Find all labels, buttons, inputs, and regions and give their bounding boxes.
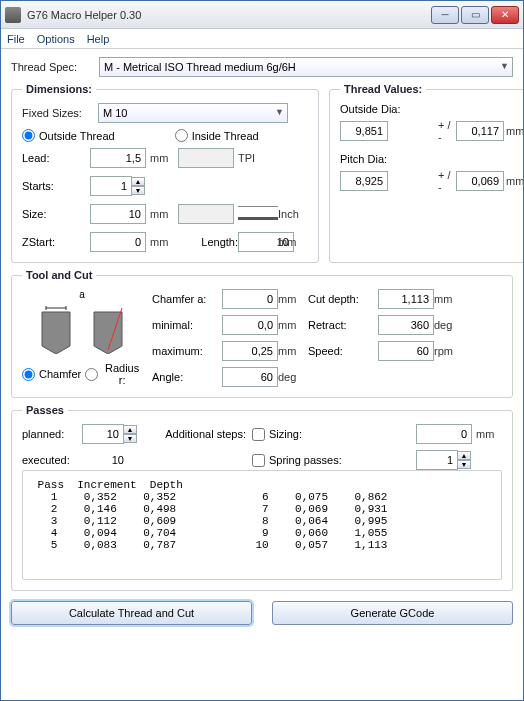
fixed-sizes-label: Fixed Sizes: bbox=[22, 107, 98, 119]
size-unit: mm bbox=[150, 208, 178, 220]
lead-input[interactable] bbox=[90, 148, 146, 168]
menubar: File Options Help bbox=[1, 29, 523, 49]
dimensions-group: Dimensions: Fixed Sizes: M 10 Outside Th… bbox=[11, 83, 319, 263]
pitch-dia-input[interactable] bbox=[340, 171, 388, 191]
pm1: + / - bbox=[438, 119, 456, 143]
lead-label: Lead: bbox=[22, 152, 90, 164]
passes-group: Passes planned: ▲▼ Additional steps: Siz… bbox=[11, 404, 513, 591]
size-label: Size: bbox=[22, 208, 90, 220]
planned-spinner[interactable]: ▲▼ bbox=[82, 424, 142, 444]
sizing-input[interactable] bbox=[416, 424, 472, 444]
window-title: G76 Macro Helper 0.30 bbox=[27, 9, 431, 21]
chamfer-tool-icon bbox=[34, 300, 78, 356]
retract-label: Retract: bbox=[308, 319, 378, 331]
pitch-tol-input[interactable] bbox=[456, 171, 504, 191]
thread-spec-select[interactable]: M - Metrical ISO Thread medium 6g/6H bbox=[99, 57, 513, 77]
minimal-label: minimal: bbox=[152, 319, 222, 331]
speed-input[interactable] bbox=[378, 341, 434, 361]
dimensions-legend: Dimensions: bbox=[22, 83, 96, 95]
fixed-sizes-select[interactable]: M 10 bbox=[98, 103, 288, 123]
spring-spinner[interactable]: ▲▼ bbox=[416, 450, 476, 470]
thread-spec-label: Thread Spec: bbox=[11, 61, 99, 73]
spring-check[interactable]: Spring passes: bbox=[252, 454, 416, 467]
spin-up-icon: ▲ bbox=[131, 177, 145, 186]
speed-label: Speed: bbox=[308, 345, 378, 357]
starts-spinner[interactable]: ▲▼ bbox=[90, 176, 150, 196]
sizing-check[interactable]: Sizing: bbox=[252, 428, 416, 441]
addsteps-label: Additional steps: bbox=[142, 428, 252, 440]
tool-legend: Tool and Cut bbox=[22, 269, 96, 281]
svg-marker-0 bbox=[42, 312, 70, 354]
angle-input[interactable] bbox=[222, 367, 278, 387]
tpi-label: TPI bbox=[238, 152, 278, 164]
maximum-label: maximum: bbox=[152, 345, 222, 357]
inch-input bbox=[178, 204, 234, 224]
outside-thread-radio[interactable]: Outside Thread bbox=[22, 129, 115, 142]
titlebar: G76 Macro Helper 0.30 ─ ▭ ✕ bbox=[1, 1, 523, 29]
thread-values-group: Thread Values: Outside Dia: + / - mm Pit… bbox=[329, 83, 524, 263]
angle-label: Angle: bbox=[152, 371, 222, 383]
maximum-input[interactable] bbox=[222, 341, 278, 361]
outside-dia-input[interactable] bbox=[340, 121, 388, 141]
generate-gcode-button[interactable]: Generate GCode bbox=[272, 601, 513, 625]
outside-dia-label: Outside Dia: bbox=[340, 103, 524, 115]
size-input[interactable] bbox=[90, 204, 146, 224]
executed-value: 10 bbox=[82, 454, 142, 466]
lead-unit: mm bbox=[150, 152, 178, 164]
pitch-dia-label: Pitch Dia: bbox=[340, 153, 524, 165]
maximize-button[interactable]: ▭ bbox=[461, 6, 489, 24]
zstart-label: ZStart: bbox=[22, 236, 90, 248]
length-unit: mm bbox=[278, 236, 308, 248]
menu-file[interactable]: File bbox=[7, 33, 25, 45]
menu-help[interactable]: Help bbox=[87, 33, 110, 45]
cut-depth-label: Cut depth: bbox=[308, 293, 378, 305]
minimal-input[interactable] bbox=[222, 315, 278, 335]
calculate-button[interactable]: Calculate Thread and Cut bbox=[11, 601, 252, 625]
od-unit: mm bbox=[506, 125, 524, 137]
starts-label: Starts: bbox=[22, 180, 90, 192]
pm2: + / - bbox=[438, 169, 456, 193]
chamfer-a-input[interactable] bbox=[222, 289, 278, 309]
executed-label: executed: bbox=[22, 454, 82, 466]
inch-swatch-icon bbox=[238, 206, 278, 220]
outside-tol-input[interactable] bbox=[456, 121, 504, 141]
passes-listing[interactable]: Pass Increment Depth 1 0,352 0,352 6 0,0… bbox=[22, 470, 502, 580]
zstart-unit: mm bbox=[150, 236, 178, 248]
thread-values-legend: Thread Values: bbox=[340, 83, 426, 95]
inside-thread-radio[interactable]: Inside Thread bbox=[175, 129, 259, 142]
spin-down-icon: ▼ bbox=[131, 186, 145, 195]
app-icon bbox=[5, 7, 21, 23]
tool-cut-group: Tool and Cut a Chamfer Radius r: bbox=[11, 269, 513, 398]
length-label: Length: bbox=[178, 236, 238, 248]
radius-tool-icon bbox=[86, 300, 130, 356]
passes-legend: Passes bbox=[22, 404, 68, 416]
close-button[interactable]: ✕ bbox=[491, 6, 519, 24]
retract-input[interactable] bbox=[378, 315, 434, 335]
radius-radio[interactable]: Radius r: bbox=[85, 362, 142, 386]
inch-label: Inch bbox=[278, 208, 308, 220]
pd-unit: mm bbox=[506, 175, 524, 187]
chamfer-radio[interactable]: Chamfer bbox=[22, 362, 81, 386]
tpi-input bbox=[178, 148, 234, 168]
planned-label: planned: bbox=[22, 428, 82, 440]
minimize-button[interactable]: ─ bbox=[431, 6, 459, 24]
menu-options[interactable]: Options bbox=[37, 33, 75, 45]
a-label: a bbox=[22, 289, 142, 300]
cut-depth-input[interactable] bbox=[378, 289, 434, 309]
chamfer-a-label: Chamfer a: bbox=[152, 293, 222, 305]
svg-marker-4 bbox=[94, 312, 122, 354]
zstart-input[interactable] bbox=[90, 232, 146, 252]
